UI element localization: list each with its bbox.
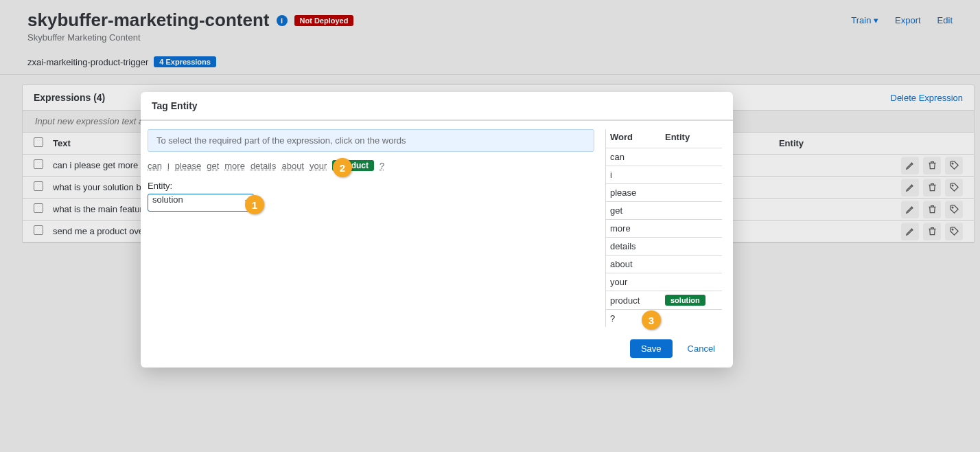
word-cell: more (610, 223, 665, 234)
word-row: your (606, 273, 722, 291)
word-row: i (606, 166, 722, 183)
word-row: please (606, 183, 722, 201)
word-cell: your (610, 277, 665, 287)
word-row: can (606, 148, 722, 166)
word-cell: i (610, 170, 665, 180)
word-row: ? (606, 309, 722, 327)
token[interactable]: i (167, 161, 170, 171)
info-banner: To select the required part of the expre… (148, 129, 594, 152)
save-button[interactable]: Save (630, 339, 673, 358)
word-cell: product (610, 295, 665, 306)
step-badge-1: 1 (245, 195, 264, 214)
word-cell: can (610, 152, 665, 162)
tag-entity-modal: Tag Entity To select the required part o… (141, 92, 733, 368)
word-row: about (606, 255, 722, 273)
word-cell: please (610, 188, 665, 198)
cancel-button[interactable]: Cancel (684, 339, 719, 358)
word-cell: details (610, 241, 665, 251)
word-row: more (606, 219, 722, 237)
entity-select[interactable]: solution (148, 194, 254, 212)
word-row: productsolution (606, 291, 722, 309)
token[interactable]: ? (380, 161, 384, 171)
token[interactable]: get (207, 161, 219, 171)
entity-label: Entity: (148, 181, 594, 191)
modal-title: Tag Entity (141, 92, 733, 120)
entity-tag: solution (665, 295, 705, 306)
token[interactable]: can (148, 161, 162, 171)
word-cell: about (610, 259, 665, 269)
token[interactable]: more (224, 161, 245, 171)
entity-col-header: Entity (665, 132, 690, 142)
step-badge-2: 2 (333, 158, 352, 177)
word-row: get (606, 201, 722, 219)
word-col-header: Word (610, 132, 665, 142)
word-cell: get (610, 205, 665, 216)
token[interactable]: about (281, 161, 304, 171)
token[interactable]: your (310, 161, 327, 171)
token[interactable]: please (175, 161, 201, 171)
word-row: details (606, 237, 722, 255)
step-badge-3: 3 (642, 310, 661, 330)
token[interactable]: details (250, 161, 277, 171)
token-list: canipleasegetmoredetailsaboutyourproduct… (148, 160, 594, 171)
